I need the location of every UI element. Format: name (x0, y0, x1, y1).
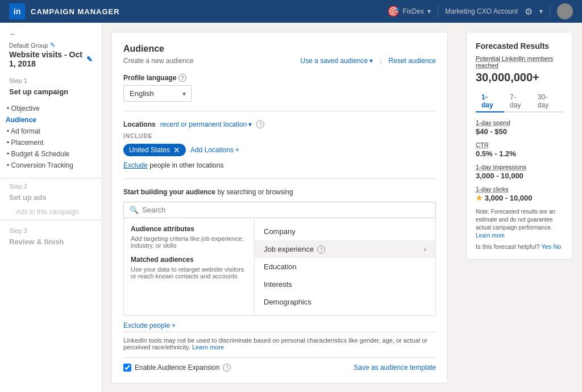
spend-value: $40 - $50 (476, 127, 563, 136)
step2-section: Step 2 Set up ads Ads in this campaign (0, 178, 102, 220)
forecast-helpful-row: Is this forecast helpful? Yes No (476, 243, 563, 250)
tab-1day[interactable]: 1-day (476, 91, 504, 112)
save-template-button[interactable]: Save as audience template (354, 364, 436, 372)
profile-language-help-icon[interactable]: ? (178, 74, 186, 82)
sidebar-item-budget[interactable]: Budget & Schedule (0, 148, 102, 160)
audience-browse: Audience attributes Add targeting criter… (123, 218, 436, 316)
location-type-select[interactable]: recent or permanent location ▾ (160, 120, 252, 128)
forecast-reach-label: Potential LinkedIn members reached (476, 55, 563, 69)
job-experience-help-icon[interactable]: ? (317, 245, 325, 253)
menu-item-company[interactable]: Company (255, 223, 435, 240)
menu-item-interests[interactable]: Interests (255, 276, 435, 293)
reset-audience-button[interactable]: Reset audience (389, 57, 436, 65)
account-selector[interactable]: 🎯 FixDex ▾ (387, 5, 431, 18)
forecast-learn-more-link[interactable]: Learn more (476, 232, 505, 239)
clicks-metric: 1-day clicks ★ 3,000 - 10,000 (476, 186, 563, 202)
bottom-row: Enable Audience Expansion ? Save as audi… (123, 357, 436, 372)
profile-language-label: Profile language ? (123, 74, 436, 82)
exclude-locations-row: Exclude people in other locations (123, 161, 436, 169)
sidebar-item-adformat[interactable]: Ad format (0, 126, 102, 137)
action-divider: | (380, 56, 381, 65)
exclude-link[interactable]: Exclude (123, 161, 148, 169)
forecast-card: Forecasted Results Potential LinkedIn me… (466, 32, 573, 260)
menu-item-interests-label: Interests (264, 280, 292, 289)
content-area: Audience Create a new audience Use a sav… (102, 23, 457, 392)
audience-attr-title: Audience attributes (131, 225, 247, 233)
impressions-value: 3,000 - 10,000 (476, 172, 563, 180)
exclude-rest-text: people in other locations (149, 161, 223, 169)
locations-section: Locations recent or permanent location ▾… (123, 120, 436, 169)
forecast-helpful-no-button[interactable]: No (553, 243, 561, 250)
ctr-value: 0.5% - 1.2% (476, 149, 563, 158)
ctr-metric: CTR 0.5% - 1.2% (476, 141, 563, 158)
audience-builder-section: Start building your audience by searchin… (123, 188, 436, 316)
location-tag-label: United States (129, 146, 170, 154)
audience-search-row: 🔍 (123, 202, 436, 218)
account-arrow2: ▾ (539, 7, 543, 15)
panel-title: Audience (123, 44, 436, 54)
top-nav-left: in CAMPAIGN MANAGER (9, 3, 120, 19)
panel-subtitle-row: Create a new audience Use a saved audien… (123, 56, 436, 65)
location-tag-us: United States ✕ (123, 144, 186, 156)
menu-item-demographics[interactable]: Demographics (255, 293, 435, 311)
matched-audiences-title: Matched audiences (131, 256, 247, 264)
back-icon: ← (9, 30, 16, 38)
profile-language-section: Profile language ? English ▼ (123, 74, 436, 102)
audience-panel: Audience Create a new audience Use a sav… (111, 32, 448, 383)
sidebar-item-audience[interactable]: Audience (0, 114, 102, 126)
location-tag-remove-icon[interactable]: ✕ (173, 146, 180, 154)
use-saved-audience-button[interactable]: Use a saved audience ▾ (300, 57, 373, 65)
audience-search-input[interactable] (142, 206, 430, 214)
chevron-right-icon: › (424, 245, 426, 253)
expansion-help-icon[interactable]: ? (223, 364, 231, 372)
tab-30day[interactable]: 30-day (532, 91, 563, 112)
tab-7day[interactable]: 7-day (504, 91, 532, 112)
menu-item-job-inner: Job experience ? (264, 245, 325, 253)
language-select-wrapper: English ▼ (123, 85, 192, 102)
menu-item-education[interactable]: Education (255, 258, 435, 276)
audience-builder-title: Start building your audience by searchin… (123, 188, 436, 196)
forecast-note: Note: Forecasted results are an estimate… (476, 208, 563, 240)
star-icon: ★ (476, 194, 483, 202)
field-divider (123, 111, 436, 111)
language-select[interactable]: English (123, 85, 192, 102)
menu-item-job-label: Job experience (264, 245, 314, 253)
enable-expansion-checkbox[interactable] (123, 364, 131, 372)
audience-menu: Company Job experience ? › Education (255, 218, 435, 315)
locations-label: Locations (123, 120, 156, 128)
impressions-metric: 1-day impressions 3,000 - 10,000 (476, 164, 563, 180)
app-container: in CAMPAIGN MANAGER 🎯 FixDex ▾ Marketing… (0, 0, 582, 392)
gear-icon[interactable]: ⚙ (525, 6, 533, 17)
exclude-plus-icon: + (172, 322, 176, 330)
locations-help-icon[interactable]: ? (256, 120, 264, 128)
edit-campaign-icon[interactable]: ✎ (86, 55, 93, 64)
locations-header-row: Locations recent or permanent location ▾… (123, 120, 436, 128)
linkedin-logo: in (9, 3, 25, 19)
spend-metric: 1-day spend $40 - $50 (476, 119, 563, 136)
back-button[interactable]: ← (9, 30, 93, 38)
exclude-people-section: Exclude people + (123, 316, 436, 332)
sidebar-item-objective[interactable]: Objective (0, 103, 102, 114)
sidebar-item-conversion[interactable]: Conversion Tracking (0, 160, 102, 171)
menu-item-job-experience[interactable]: Job experience ? › (255, 240, 435, 258)
marketing-account-name: Marketing CXO Account (445, 7, 518, 15)
enable-expansion-text: Enable Audience Expansion (135, 364, 219, 372)
discrimination-notice: LinkedIn tools may not be used to discri… (123, 332, 436, 353)
sidebar-item-ads[interactable]: Ads in this campaign (9, 206, 93, 218)
enable-expansion-label[interactable]: Enable Audience Expansion ? (123, 364, 231, 372)
avatar[interactable] (557, 3, 573, 19)
menu-item-company-label: Company (264, 227, 296, 236)
campaign-title: Website visits - Oct 1, 2018 ✎ (9, 50, 93, 68)
step1-items: Objective Audience Ad format Placement B… (0, 103, 102, 171)
audience-attr-desc: Add targeting criteria like job experien… (131, 235, 247, 249)
forecast-helpful-yes-button[interactable]: Yes (541, 243, 551, 250)
sidebar-item-placement[interactable]: Placement (0, 137, 102, 148)
edit-group-icon[interactable]: ✎ (50, 41, 55, 49)
step1-label: Step 1 Set up campaign (0, 77, 102, 103)
right-panel: Forecasted Results Potential LinkedIn me… (457, 23, 582, 392)
exclude-people-button[interactable]: Exclude people + (123, 322, 436, 330)
discrimination-learn-more-link[interactable]: Learn more (192, 344, 224, 351)
location-tags-row: United States ✕ Add Locations + (123, 144, 436, 156)
step2-items: Ads in this campaign (9, 206, 93, 218)
add-locations-button[interactable]: Add Locations + (190, 146, 239, 154)
